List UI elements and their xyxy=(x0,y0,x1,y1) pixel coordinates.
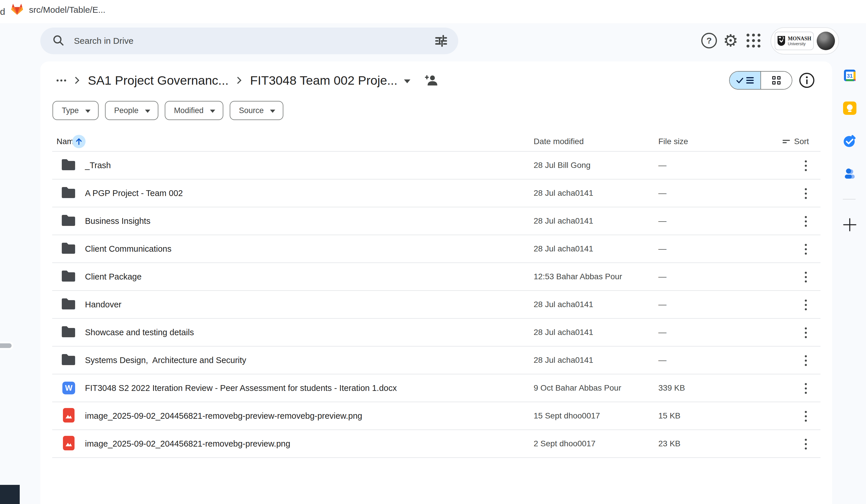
grid-view-toggle[interactable] xyxy=(761,71,792,89)
account-pill[interactable]: MONASH University xyxy=(770,27,839,55)
file-name: FIT3048 S2 2022 Iteration Review - Peer … xyxy=(85,383,397,393)
file-size: — xyxy=(658,328,666,337)
file-name: Client Communications xyxy=(85,244,171,254)
file-modified: 28 Jul acha0141 xyxy=(534,216,593,226)
table-row[interactable]: W Showcase and testing details 28 Jul ac… xyxy=(52,319,821,347)
browser-tab-strip: d src/Model/Table/E... xyxy=(0,0,866,23)
side-panel-rail: 31 xyxy=(832,23,866,504)
folder-icon xyxy=(62,243,75,255)
chip-label: Source xyxy=(239,106,264,115)
row-menu-button[interactable] xyxy=(798,296,814,313)
org-logo: MONASH University xyxy=(775,32,814,50)
file-modified: 28 Jul acha0141 xyxy=(534,356,593,365)
table-header: Name Date modified File size Sort xyxy=(52,132,821,152)
svg-text:31: 31 xyxy=(847,73,853,79)
folder-icon xyxy=(62,159,75,171)
clipped-tab[interactable]: d xyxy=(0,7,5,17)
table-row[interactable]: W Systems Design, Architecture and Secur… xyxy=(52,347,821,374)
sort-label: Sort xyxy=(794,137,809,146)
table-row[interactable]: W Handover 28 Jul acha0141 — xyxy=(52,291,821,319)
row-menu-button[interactable] xyxy=(798,213,814,229)
breadcrumb-current-label: FIT3048 Team 002 Proje... xyxy=(250,74,397,88)
table-row[interactable]: W _Trash 28 Jul Bill Gong — xyxy=(52,152,821,179)
browser-tab[interactable]: src/Model/Table/E... xyxy=(10,3,105,17)
row-menu-button[interactable] xyxy=(798,325,814,341)
table-row[interactable]: W image_2025-09-02_204456821-removebg-pr… xyxy=(52,402,821,430)
file-name: image_2025-09-02_204456821-removebg-prev… xyxy=(85,411,362,421)
file-size: — xyxy=(658,356,666,365)
chip-label: Type xyxy=(62,106,79,115)
search-options-icon[interactable] xyxy=(434,34,448,47)
table-row[interactable]: W Client Communications 28 Jul acha0141 … xyxy=(52,235,821,263)
file-size: — xyxy=(658,189,666,198)
file-modified: 9 Oct Bahar Abbas Pour xyxy=(534,383,621,393)
row-menu-button[interactable] xyxy=(798,380,814,396)
row-menu-button[interactable] xyxy=(798,269,814,285)
row-menu-button[interactable] xyxy=(798,408,814,424)
filter-chip-source[interactable]: Source xyxy=(230,101,284,120)
chip-label: People xyxy=(114,106,138,115)
left-scroll-handle[interactable] xyxy=(0,341,13,350)
file-size: 339 KB xyxy=(658,383,685,393)
settings-button[interactable] xyxy=(723,32,738,49)
filter-chip-modified[interactable]: Modified xyxy=(165,101,223,120)
breadcrumb-more-button[interactable] xyxy=(52,71,70,90)
list-view-toggle[interactable] xyxy=(730,71,760,89)
gear-icon xyxy=(723,32,738,49)
contacts-icon[interactable] xyxy=(843,167,856,180)
chevron-right-icon xyxy=(235,75,243,86)
folder-icon xyxy=(62,326,75,338)
tab-title: src/Model/Table/E... xyxy=(29,5,105,15)
sort-ascending-button[interactable] xyxy=(72,135,86,148)
file-size: 23 KB xyxy=(658,439,680,448)
row-menu-button[interactable] xyxy=(798,241,814,257)
file-name: Handover xyxy=(85,300,122,310)
tasks-icon[interactable] xyxy=(843,134,856,148)
image-file-icon xyxy=(63,436,75,451)
search-input[interactable] xyxy=(74,36,434,46)
google-apps-button[interactable] xyxy=(744,31,763,50)
help-button[interactable]: ? xyxy=(701,33,717,48)
file-size: 15 KB xyxy=(658,411,680,421)
content-card: SA1 Project Governanc... FIT3048 Team 00… xyxy=(40,61,832,504)
breadcrumb-parent[interactable]: SA1 Project Governanc... xyxy=(84,71,233,89)
details-button[interactable] xyxy=(799,72,815,88)
row-menu-button[interactable] xyxy=(798,157,814,174)
filter-chip-people[interactable]: People xyxy=(105,101,158,120)
view-toggle xyxy=(729,71,792,90)
keep-icon[interactable] xyxy=(843,101,856,115)
search-bar[interactable] xyxy=(40,27,458,54)
table-row[interactable]: W image_2025-09-02_204456821-removebg-pr… xyxy=(52,430,821,458)
table-row[interactable]: W FIT3048 S2 2022 Iteration Review - Pee… xyxy=(52,374,821,402)
breadcrumb: SA1 Project Governanc... FIT3048 Team 00… xyxy=(52,67,821,93)
info-icon xyxy=(799,72,815,88)
calendar-icon[interactable]: 31 xyxy=(843,69,856,82)
column-header-modified[interactable]: Date modified xyxy=(534,137,584,146)
file-list: W _Trash 28 Jul Bill Gong — W xyxy=(52,152,821,458)
file-size: — xyxy=(658,216,666,226)
breadcrumb-current[interactable]: FIT3048 Team 002 Proje... xyxy=(246,71,414,89)
table-row[interactable]: W Business Insights 28 Jul acha0141 — xyxy=(52,208,821,235)
sort-button[interactable]: Sort xyxy=(782,137,809,146)
folder-icon xyxy=(62,299,75,311)
row-menu-button[interactable] xyxy=(798,185,814,202)
file-name: _Trash xyxy=(85,161,111,170)
folder-icon xyxy=(62,271,75,283)
sort-icon xyxy=(782,138,790,145)
file-name: Client Package xyxy=(85,272,142,282)
table-row[interactable]: W Client Package 12:53 Bahar Abbas Pour … xyxy=(52,263,821,291)
table-row[interactable]: W A PGP Project - Team 002 28 Jul acha01… xyxy=(52,179,821,208)
rail-divider xyxy=(843,199,856,200)
file-modified: 15 Sept dhoo0017 xyxy=(534,411,600,421)
filter-chip-type[interactable]: Type xyxy=(53,101,99,120)
column-header-size[interactable]: File size xyxy=(658,137,688,146)
file-size: — xyxy=(658,161,666,170)
row-menu-button[interactable] xyxy=(798,436,814,452)
get-add-ons-button[interactable] xyxy=(843,218,856,232)
manage-members-button[interactable] xyxy=(424,73,439,88)
file-name: Systems Design, Architecture and Securit… xyxy=(85,356,246,365)
file-modified: 12:53 Bahar Abbas Pour xyxy=(534,272,622,281)
gitlab-logo-icon xyxy=(10,3,24,17)
row-menu-button[interactable] xyxy=(798,352,814,369)
list-view-icon xyxy=(746,77,754,84)
